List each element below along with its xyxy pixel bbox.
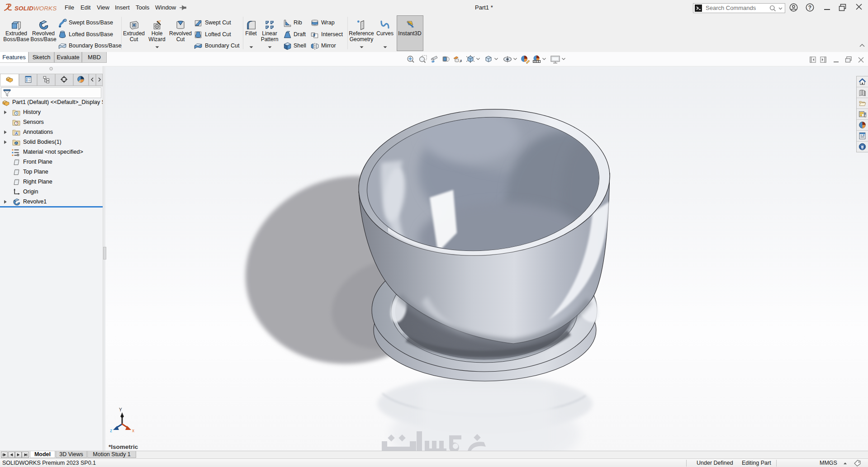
svg-text:x: x xyxy=(132,428,134,433)
svg-text:?: ? xyxy=(808,5,811,11)
svg-text:SOLIDWORKS: SOLIDWORKS xyxy=(14,5,57,12)
svg-text:z: z xyxy=(110,428,112,433)
svg-text:Y: Y xyxy=(119,407,122,412)
svg-text:A: A xyxy=(460,59,462,63)
svg-text:*Isometric: *Isometric xyxy=(109,443,138,450)
